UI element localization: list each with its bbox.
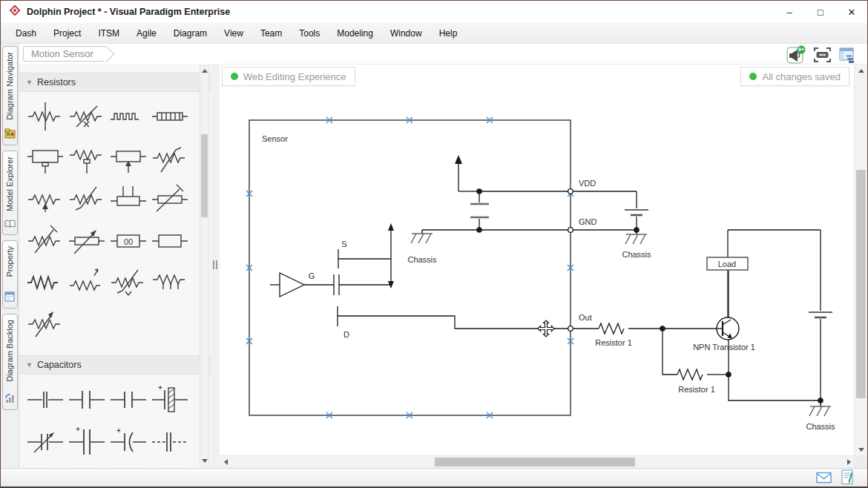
palette-item-resistor-box-wiper[interactable] [25, 140, 65, 176]
palette-section-title: Capacitors [37, 360, 82, 370]
palette-item-capacitor-polarized-shaded[interactable] [150, 382, 190, 418]
palette-item-capacitor-close-plates[interactable] [25, 382, 65, 418]
menu-tools[interactable]: Tools [299, 28, 320, 39]
move-cursor-icon [538, 320, 554, 337]
circuit-diagram[interactable]: Sensor [220, 65, 855, 456]
canvas-vertical-scrollbar[interactable] [854, 65, 867, 456]
menu-help[interactable]: Help [439, 28, 458, 39]
svg-text:Chassis: Chassis [622, 250, 651, 259]
panel-splitter[interactable] [211, 64, 220, 468]
palette-item-capacitor-alt[interactable] [108, 382, 148, 418]
web-editing-badge: Web Editing Experience [222, 67, 355, 86]
palette-item-resistor-box-trimmer[interactable] [108, 140, 148, 176]
palette-item-resistor-pulse[interactable] [67, 265, 107, 300]
palette-item-resistor-tapped[interactable] [25, 99, 65, 134]
sidebar-tab-model-explorer[interactable]: Model Explorer [2, 151, 18, 235]
palette-item-resistor-meander[interactable] [108, 99, 148, 134]
chassis-ground-bottom[interactable]: Chassis [806, 400, 835, 431]
palette-item-capacitor-curved[interactable] [108, 424, 148, 460]
property-icon [4, 291, 15, 305]
edit-page-icon[interactable] [841, 469, 854, 488]
toolbar-row: Motion Sensor 9+ [19, 44, 867, 64]
scroll-down-icon[interactable] [858, 448, 864, 452]
canvas-vscrollbar-thumb[interactable] [856, 170, 866, 398]
palette-item-resistor-zigzag[interactable] [25, 265, 65, 300]
palette-item-capacitor[interactable] [67, 382, 107, 418]
minimize-button[interactable]: – [774, 1, 805, 22]
scroll-right-icon[interactable] [847, 459, 851, 465]
vdd-rail[interactable]: VDD [479, 179, 637, 191]
palette-item-resistor-box-arrow[interactable] [67, 223, 107, 259]
collapse-triangle-icon: ▼ [26, 361, 33, 369]
palette-item-resistor-box-slider[interactable] [150, 182, 190, 217]
menu-dash[interactable]: Dash [16, 28, 36, 39]
menu-bar: DashProjectITSMAgileDiagramViewTeamTools… [1, 23, 867, 44]
gnd-rail[interactable]: GND [422, 217, 637, 230]
palette-item-resistor-variable-crossed[interactable] [67, 99, 107, 134]
palette-item-resistor-segmented[interactable] [150, 99, 190, 134]
npn-transistor[interactable]: NPN Transistor 1 [693, 271, 821, 400]
palette-item-resistor-box[interactable] [150, 223, 190, 259]
palette-item-variable-resistor[interactable] [25, 306, 65, 342]
visual-paradigm-logo-icon [9, 4, 21, 19]
decoupling-capacitor[interactable] [470, 191, 489, 230]
svg-text:S: S [341, 240, 346, 248]
sidebar-tab-diagram-backlog[interactable]: Diagram Backlog [2, 314, 18, 410]
chassis-ground-left[interactable]: Chassis [407, 230, 437, 264]
sidebar-tab-property[interactable]: Property [2, 240, 18, 309]
palette-item-resistor-slider[interactable] [25, 223, 65, 259]
palette-item-capacitor-polarized[interactable] [67, 424, 107, 460]
scroll-up-icon[interactable] [858, 69, 864, 73]
breadcrumb[interactable]: Motion Sensor [23, 46, 106, 62]
menu-view[interactable]: View [224, 28, 243, 39]
palette-scrollbar[interactable] [200, 65, 209, 466]
breadcrumb-label: Motion Sensor [31, 48, 93, 59]
svg-text:Resistor 1: Resistor 1 [678, 385, 715, 394]
palette-section-capacitors[interactable]: ▼Capacitors [19, 355, 211, 375]
sidebar-tab-label: Diagram Backlog [5, 320, 14, 382]
menu-team[interactable]: Team [260, 28, 282, 39]
menu-diagram[interactable]: Diagram [174, 28, 207, 39]
svg-text:Sensor: Sensor [262, 134, 288, 143]
sensor-container[interactable]: Sensor [249, 120, 571, 415]
sidebar-tab-diagram-navigator[interactable]: Diagram Navigator [2, 46, 18, 145]
maximize-button[interactable]: □ [805, 1, 836, 22]
palette-item-resistor-adjustable-hook[interactable] [67, 182, 107, 217]
battery-symbol[interactable] [625, 191, 648, 230]
diagram-canvas[interactable]: Web Editing Experience All changes saved… [220, 64, 867, 468]
sidebar-tab-label: Diagram Navigator [5, 52, 14, 120]
battery-symbol-right[interactable] [809, 312, 832, 400]
scroll-left-icon[interactable] [224, 459, 228, 465]
palette-item-capacitor-variable[interactable] [25, 424, 65, 460]
palette-item-potentiometer[interactable] [67, 140, 107, 176]
sidebar-tab-label: Model Explorer [5, 156, 14, 211]
sensor-transistor[interactable]: G S D [270, 223, 568, 339]
scroll-down-icon[interactable] [202, 459, 208, 463]
mail-icon[interactable] [816, 472, 832, 487]
palette-item-resistor-box-terminals[interactable] [108, 182, 148, 217]
collapse-triangle-icon: ▼ [26, 79, 33, 86]
palette-item-resistor-arrow-contact[interactable] [25, 182, 65, 217]
palette-item-resistor-adjustable-crossed[interactable] [108, 265, 148, 300]
menu-window[interactable]: Window [390, 28, 422, 39]
canvas-horizontal-scrollbar[interactable] [220, 455, 855, 468]
palette-item-resistor-box-00[interactable]: 00 [108, 223, 148, 259]
load-block[interactable]: Load [707, 230, 821, 317]
palette-scrollbar-thumb[interactable] [201, 134, 208, 217]
close-button[interactable]: ✕ [836, 1, 867, 22]
palette-item-rheostat[interactable] [150, 140, 190, 176]
menu-modeling[interactable]: Modeling [337, 28, 373, 39]
svg-text:D: D [343, 330, 349, 339]
palette-item-resistor-shunt[interactable] [150, 265, 190, 300]
palette-section-resistors[interactable]: ▼Resistors [19, 73, 211, 92]
resistor-1-bottom[interactable]: Resistor 1 [662, 329, 729, 394]
scroll-up-icon[interactable] [202, 69, 208, 73]
chassis-ground-right[interactable]: Chassis [622, 230, 651, 259]
menu-itsm[interactable]: ITSM [98, 28, 119, 39]
antenna-symbol[interactable] [455, 155, 479, 191]
menu-agile[interactable]: Agile [137, 28, 157, 39]
canvas-hscrollbar-thumb[interactable] [435, 458, 635, 466]
menu-project[interactable]: Project [53, 28, 81, 39]
connection-handles[interactable] [246, 117, 573, 418]
palette-item-capacitor-dashed[interactable] [150, 424, 190, 460]
